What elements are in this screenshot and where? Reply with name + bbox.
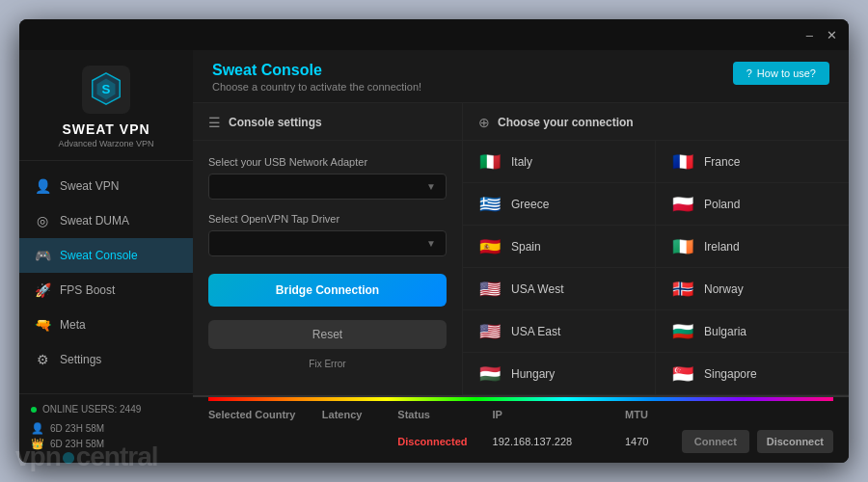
user-time-2: 6D 23H 58M <box>50 439 104 449</box>
left-panel: ☰ Console settings Select your USB Netwo… <box>193 103 463 395</box>
country-name: Hungary <box>511 367 555 381</box>
crown-icon: 👑 <box>31 438 44 450</box>
tap-field: Select OpenVPN Tap Driver ▼ <box>208 213 447 256</box>
connection-title: Choose your connection <box>498 116 634 129</box>
country-row[interactable]: 🇳🇴Norway <box>656 268 849 310</box>
country-grid: 🇮🇹Italy🇫🇷France🇬🇷Greece🇵🇱Poland🇪🇸Spain🇮🇪… <box>463 141 849 395</box>
right-panel: ⊕ Choose your connection 🇮🇹Italy🇫🇷France… <box>463 103 849 395</box>
col-ip: IP <box>493 409 625 420</box>
flag-icon: 🇸🇬 <box>671 363 694 385</box>
sidebar-item-meta[interactable]: 🔫 Meta <box>19 308 193 342</box>
user-row-2: 👑 6D 23H 58M <box>31 438 181 450</box>
flag-icon: 🇵🇱 <box>671 194 694 215</box>
status-bar: Selected Country Latency Status IP MTU D… <box>193 395 849 463</box>
country-name: Ireland <box>704 240 740 254</box>
user-row-1: 👤 6D 23H 58M <box>31 422 181 435</box>
sidebar-header: S SWEAT VPN Advanced Warzone VPN <box>19 50 193 161</box>
country-name: Bulgaria <box>704 325 746 338</box>
country-row[interactable]: 🇵🇱Poland <box>656 183 849 226</box>
col-status: Status <box>397 409 492 420</box>
status-data: Disconnected 192.168.137.228 1470 Connec… <box>208 424 833 463</box>
status-header: Selected Country Latency Status IP MTU <box>208 401 833 424</box>
col-latency: Latency <box>322 409 398 420</box>
flag-icon: 🇭🇺 <box>478 363 502 385</box>
logo-icon: S <box>82 66 130 114</box>
left-panel-body: Select your USB Network Adapter ▼ Select… <box>193 141 462 395</box>
sidebar-footer: ONLINE USERS: 2449 👤 6D 23H 58M 👑 6D 23H… <box>19 393 193 463</box>
user-icon: 👤 <box>35 178 50 194</box>
flag-icon: 🇫🇷 <box>671 151 694 173</box>
user-time-1: 6D 23H 58M <box>50 423 104 434</box>
sidebar: S SWEAT VPN Advanced Warzone VPN 👤 Sweat… <box>19 50 193 463</box>
close-button[interactable]: ✕ <box>827 28 837 42</box>
flag-icon: 🇪🇸 <box>478 236 502 257</box>
flag-icon: 🇺🇸 <box>478 279 502 300</box>
gun-icon: 🔫 <box>35 317 50 333</box>
bridge-connection-button[interactable]: Bridge Connection <box>208 274 447 307</box>
how-to-label: How to use? <box>757 67 816 79</box>
flag-icon: 🇺🇸 <box>478 321 502 342</box>
sidebar-tagline: Advanced Warzone VPN <box>58 139 153 148</box>
globe-icon: ⊕ <box>478 115 490 130</box>
country-row[interactable]: 🇮🇹Italy <box>463 141 656 183</box>
nav-label-fps-boost: FPS Boost <box>60 283 115 297</box>
country-name: Spain <box>511 240 541 254</box>
country-row[interactable]: 🇫🇷France <box>656 141 849 183</box>
country-name: USA East <box>511 325 560 338</box>
nav-label-meta: Meta <box>60 318 86 332</box>
panels: ☰ Console settings Select your USB Netwo… <box>193 103 849 395</box>
question-icon: ? <box>746 67 752 79</box>
nav-label-sweat-duma: Sweat DUMA <box>60 214 129 228</box>
country-row[interactable]: 🇧🇬Bulgaria <box>656 310 849 353</box>
online-users: ONLINE USERS: 2449 <box>31 404 181 415</box>
sidebar-item-settings[interactable]: ⚙ Settings <box>19 342 193 377</box>
chevron-down-icon: ▼ <box>426 181 436 192</box>
online-users-label: ONLINE USERS: 2449 <box>42 404 141 415</box>
sidebar-brand: SWEAT VPN <box>62 121 149 137</box>
country-row[interactable]: 🇮🇪Ireland <box>656 226 849 268</box>
svg-text:S: S <box>102 82 111 96</box>
reset-button[interactable]: Reset <box>208 320 447 349</box>
content-area: Sweat Console Choose a country to activa… <box>193 50 849 463</box>
page-subtitle: Choose a country to activate the connect… <box>212 81 421 93</box>
sidebar-item-sweat-console[interactable]: 🎮 Sweat Console <box>19 238 193 273</box>
minimize-button[interactable]: – <box>806 28 813 42</box>
sidebar-item-sweat-duma[interactable]: ◎ Sweat DUMA <box>19 203 193 238</box>
val-actions: Connect Disconnect <box>682 430 833 453</box>
country-row[interactable]: 🇺🇸USA East <box>463 310 656 353</box>
flag-icon: 🇮🇹 <box>478 151 502 173</box>
col-country: Selected Country <box>208 409 322 420</box>
country-row[interactable]: 🇭🇺Hungary <box>463 353 656 395</box>
content-header: Sweat Console Choose a country to activa… <box>193 50 849 103</box>
left-panel-title: Console settings <box>229 116 322 129</box>
col-mtu: MTU <box>625 409 682 420</box>
header-text: Sweat Console Choose a country to activa… <box>212 62 421 93</box>
gamepad-icon: 🎮 <box>35 248 50 263</box>
country-row[interactable]: 🇪🇸Spain <box>463 226 656 268</box>
country-row[interactable]: 🇸🇬Singapore <box>656 353 849 395</box>
connection-header: ⊕ Choose your connection <box>463 103 849 141</box>
nav-label-sweat-console: Sweat Console <box>60 249 138 262</box>
flag-icon: 🇧🇬 <box>671 321 694 342</box>
country-name: Greece <box>511 198 549 211</box>
sidebar-item-fps-boost[interactable]: 🚀 FPS Boost <box>19 273 193 308</box>
sidebar-item-sweat-vpn[interactable]: 👤 Sweat VPN <box>19 169 193 203</box>
connect-button[interactable]: Connect <box>682 430 749 453</box>
chevron-down-icon-2: ▼ <box>426 238 436 249</box>
flag-icon: 🇬🇷 <box>478 194 502 215</box>
nav-label-sweat-vpn: Sweat VPN <box>60 179 119 193</box>
country-row[interactable]: 🇺🇸USA West <box>463 268 656 310</box>
val-status: Disconnected <box>397 436 492 447</box>
flag-icon: 🇮🇪 <box>671 236 694 257</box>
logo-svg: S <box>88 71 124 108</box>
usb-select[interactable]: ▼ <box>208 174 447 200</box>
titlebar: – ✕ <box>19 19 849 50</box>
main-window: – ✕ S SWEAT VPN Advanced Warzone VPN 👤 <box>19 19 849 463</box>
disconnect-button[interactable]: Disconnect <box>757 430 833 453</box>
gear-icon: ⚙ <box>35 352 50 367</box>
left-panel-header: ☰ Console settings <box>193 103 462 141</box>
how-to-button[interactable]: ? How to use? <box>733 62 829 85</box>
tap-select[interactable]: ▼ <box>208 230 447 256</box>
usb-field: Select your USB Network Adapter ▼ <box>208 156 447 200</box>
country-row[interactable]: 🇬🇷Greece <box>463 183 656 226</box>
